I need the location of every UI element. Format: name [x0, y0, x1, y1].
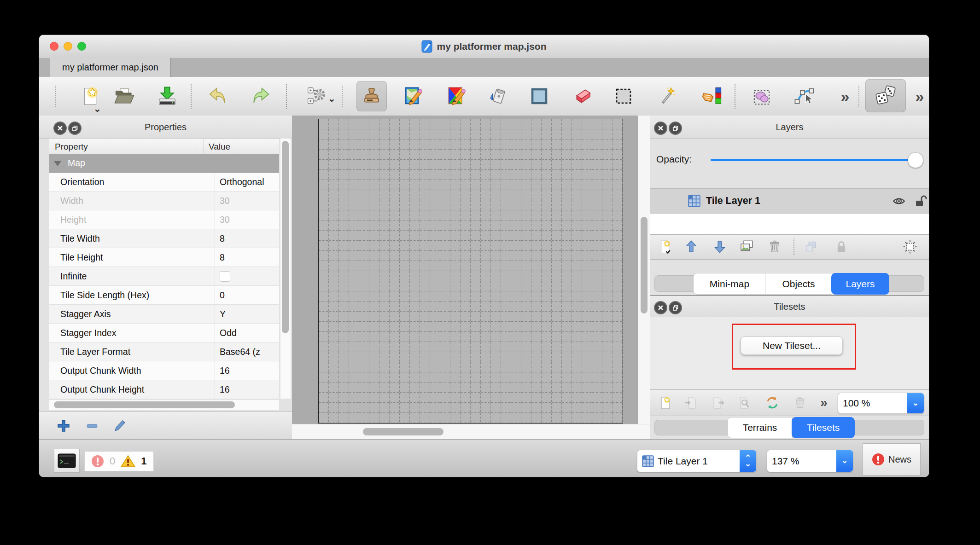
- property-row[interactable]: OrientationOrthogonal: [49, 173, 279, 191]
- automapping-button[interactable]: ⌄: [301, 81, 332, 111]
- float-panel-icon[interactable]: [68, 122, 82, 135]
- remove-property-button[interactable]: [83, 417, 101, 435]
- save-map-button[interactable]: [152, 81, 182, 111]
- scrollbar-thumb[interactable]: [54, 401, 235, 408]
- property-value[interactable]: 30: [215, 191, 279, 210]
- opacity-slider-handle[interactable]: [908, 152, 923, 168]
- same-tile-select-button[interactable]: [697, 81, 727, 111]
- tab-tilesets[interactable]: Tilesets: [792, 417, 855, 438]
- redo-button[interactable]: [245, 81, 275, 111]
- property-value[interactable]: 8: [215, 229, 279, 248]
- embed-tileset-button[interactable]: [682, 394, 700, 412]
- reload-tileset-button[interactable]: [764, 394, 781, 412]
- more-button[interactable]: »: [904, 81, 929, 111]
- spinner-icon[interactable]: ⌃⌄: [740, 450, 756, 472]
- highlight-current-layer-button[interactable]: [901, 238, 919, 255]
- property-value[interactable]: 0: [215, 286, 279, 304]
- delete-tileset-button[interactable]: [791, 394, 809, 412]
- property-value[interactable]: 30: [215, 210, 279, 229]
- undo-button[interactable]: [203, 81, 233, 111]
- layer-visibility-eye-icon[interactable]: [892, 195, 906, 207]
- toolbar-drag-handle[interactable]: [858, 86, 859, 107]
- terrain-brush-button[interactable]: [398, 81, 429, 111]
- property-value[interactable]: [215, 154, 278, 172]
- scrollbar-thumb[interactable]: [641, 217, 648, 313]
- lock-other-layers-button[interactable]: [833, 238, 850, 255]
- dropdown-chevron-icon[interactable]: ⌄: [907, 393, 924, 413]
- property-row[interactable]: Tile Width8: [49, 229, 279, 248]
- properties-vertical-scrollbar[interactable]: [280, 139, 291, 399]
- close-panel-icon[interactable]: [654, 122, 667, 135]
- layer-select[interactable]: Tile Layer 1 ⌃⌄: [637, 450, 757, 472]
- property-row[interactable]: Height30: [49, 210, 279, 229]
- property-row[interactable]: Map: [49, 154, 279, 173]
- layer-row[interactable]: Tile Layer 1: [650, 189, 929, 214]
- scrollbar-thumb[interactable]: [282, 141, 289, 333]
- property-row[interactable]: Infinite: [49, 267, 279, 286]
- random-mode-button[interactable]: [865, 79, 906, 112]
- tilesets-more-button[interactable]: »: [815, 394, 833, 412]
- map-canvas-area[interactable]: [292, 116, 650, 439]
- dropdown-chevron-icon[interactable]: ⌄: [836, 450, 853, 472]
- tab-layers[interactable]: Layers: [831, 273, 889, 295]
- map-grid[interactable]: [318, 119, 623, 423]
- property-value[interactable]: Odd: [215, 324, 279, 342]
- rectangular-select-button[interactable]: [608, 81, 639, 111]
- more-tools-button[interactable]: »: [830, 81, 860, 111]
- property-value[interactable]: Y: [215, 305, 279, 323]
- properties-horizontal-scrollbar[interactable]: [49, 400, 279, 410]
- opacity-slider-track[interactable]: [711, 159, 913, 161]
- edit-property-button[interactable]: [111, 417, 128, 435]
- shape-fill-button[interactable]: [524, 81, 554, 111]
- raise-layer-button[interactable]: [682, 238, 700, 255]
- canvas-vertical-scrollbar[interactable]: [638, 116, 650, 424]
- wang-brush-button[interactable]: [442, 81, 472, 111]
- message-counts[interactable]: 0 1: [84, 451, 154, 471]
- property-value[interactable]: Base64 (z: [215, 342, 279, 361]
- add-property-button[interactable]: [55, 417, 72, 435]
- tab-terrains[interactable]: Terrains: [727, 417, 793, 438]
- console-button[interactable]: [54, 449, 80, 473]
- show-other-layers-button[interactable]: [802, 238, 820, 255]
- new-map-dropdown-chevron-icon[interactable]: ⌄: [93, 104, 101, 113]
- news-button[interactable]: News: [863, 443, 921, 475]
- property-row[interactable]: Stagger AxisY: [49, 305, 279, 324]
- close-panel-icon[interactable]: [53, 122, 67, 135]
- new-map-button[interactable]: ⌄: [75, 81, 105, 111]
- tab-objects[interactable]: Objects: [765, 273, 832, 295]
- tab-mini-map[interactable]: Mini-map: [693, 273, 766, 295]
- float-panel-icon[interactable]: [669, 122, 682, 135]
- stamp-brush-button[interactable]: [356, 81, 387, 111]
- properties-column-header[interactable]: Property Value: [49, 139, 279, 155]
- property-row[interactable]: Width30: [49, 191, 279, 210]
- toolbar-drag-handle[interactable]: [342, 86, 343, 107]
- property-row[interactable]: Tile Layer FormatBase64 (z: [49, 342, 279, 361]
- property-value[interactable]: 8: [215, 248, 279, 267]
- edit-polygons-button[interactable]: [789, 81, 819, 111]
- new-tileset-toolbar-button[interactable]: [657, 394, 674, 412]
- layer-lock-open-icon[interactable]: [914, 195, 927, 208]
- eraser-button[interactable]: [567, 81, 598, 111]
- property-value[interactable]: [215, 267, 279, 285]
- export-tileset-button[interactable]: [709, 394, 727, 412]
- new-tileset-button[interactable]: New Tileset...: [741, 336, 843, 355]
- new-layer-button[interactable]: [657, 238, 674, 255]
- property-row[interactable]: Output Chunk Height16: [49, 380, 279, 399]
- magic-wand-button[interactable]: [652, 81, 682, 111]
- select-objects-button[interactable]: [747, 81, 777, 111]
- canvas-horizontal-scrollbar[interactable]: [292, 424, 650, 440]
- property-value[interactable]: Orthogonal: [215, 173, 279, 191]
- toolbar-drag-handle[interactable]: [55, 86, 56, 107]
- bucket-fill-button[interactable]: [483, 81, 513, 111]
- collapse-triangle-icon[interactable]: [54, 161, 61, 166]
- property-row[interactable]: Tile Height8: [49, 248, 279, 267]
- infinite-checkbox[interactable]: [220, 271, 230, 282]
- property-value[interactable]: 16: [215, 380, 279, 399]
- edit-tileset-button[interactable]: [736, 394, 753, 412]
- duplicate-layer-button[interactable]: [738, 238, 755, 255]
- float-panel-icon[interactable]: [669, 301, 682, 314]
- scrollbar-thumb[interactable]: [363, 428, 443, 435]
- zoom-select[interactable]: 137 % ⌄: [767, 450, 853, 472]
- tileset-zoom-select[interactable]: 100 % ⌄: [838, 393, 924, 414]
- property-row[interactable]: Stagger IndexOdd: [49, 324, 279, 342]
